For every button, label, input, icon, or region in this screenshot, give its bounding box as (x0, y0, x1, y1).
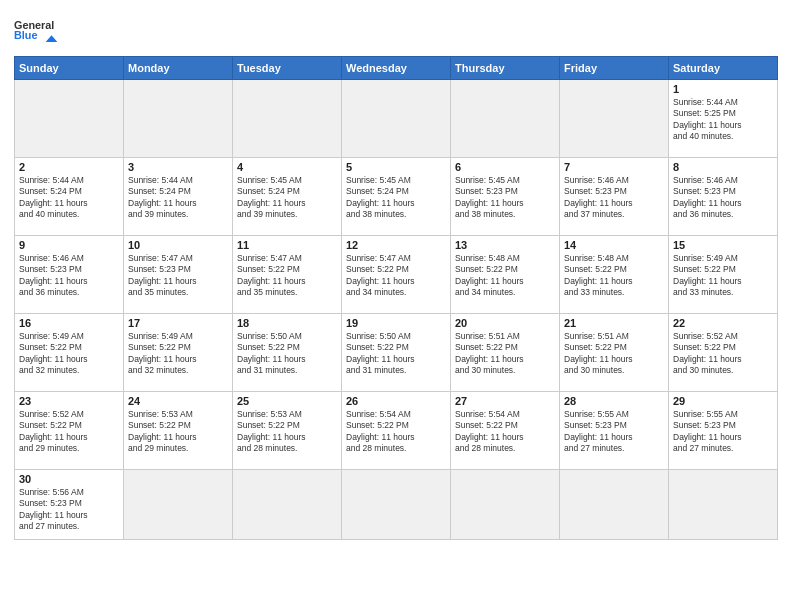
empty-cell (560, 470, 669, 540)
week-row-5: 23Sunrise: 5:52 AM Sunset: 5:22 PM Dayli… (15, 392, 778, 470)
day-cell-2: 2Sunrise: 5:44 AM Sunset: 5:24 PM Daylig… (15, 158, 124, 236)
empty-cell (451, 80, 560, 158)
day-number: 2 (19, 161, 119, 173)
day-info: Sunrise: 5:50 AM Sunset: 5:22 PM Dayligh… (237, 331, 337, 377)
empty-cell (124, 80, 233, 158)
day-cell-10: 10Sunrise: 5:47 AM Sunset: 5:23 PM Dayli… (124, 236, 233, 314)
empty-cell (233, 80, 342, 158)
svg-marker-2 (46, 35, 58, 42)
weekday-monday: Monday (124, 57, 233, 80)
day-info: Sunrise: 5:46 AM Sunset: 5:23 PM Dayligh… (19, 253, 119, 299)
week-row-2: 2Sunrise: 5:44 AM Sunset: 5:24 PM Daylig… (15, 158, 778, 236)
day-number: 28 (564, 395, 664, 407)
day-number: 30 (19, 473, 119, 485)
day-cell-9: 9Sunrise: 5:46 AM Sunset: 5:23 PM Daylig… (15, 236, 124, 314)
empty-cell (15, 80, 124, 158)
day-cell-29: 29Sunrise: 5:55 AM Sunset: 5:23 PM Dayli… (669, 392, 778, 470)
day-number: 20 (455, 317, 555, 329)
empty-cell (560, 80, 669, 158)
day-cell-1: 1Sunrise: 5:44 AM Sunset: 5:25 PM Daylig… (669, 80, 778, 158)
day-number: 11 (237, 239, 337, 251)
logo: General Blue (14, 10, 64, 50)
day-number: 9 (19, 239, 119, 251)
day-number: 5 (346, 161, 446, 173)
day-info: Sunrise: 5:47 AM Sunset: 5:23 PM Dayligh… (128, 253, 228, 299)
weekday-thursday: Thursday (451, 57, 560, 80)
day-cell-25: 25Sunrise: 5:53 AM Sunset: 5:22 PM Dayli… (233, 392, 342, 470)
day-info: Sunrise: 5:47 AM Sunset: 5:22 PM Dayligh… (346, 253, 446, 299)
day-info: Sunrise: 5:53 AM Sunset: 5:22 PM Dayligh… (237, 409, 337, 455)
day-number: 19 (346, 317, 446, 329)
day-cell-6: 6Sunrise: 5:45 AM Sunset: 5:23 PM Daylig… (451, 158, 560, 236)
day-number: 24 (128, 395, 228, 407)
day-info: Sunrise: 5:44 AM Sunset: 5:25 PM Dayligh… (673, 97, 773, 143)
day-info: Sunrise: 5:54 AM Sunset: 5:22 PM Dayligh… (346, 409, 446, 455)
day-cell-26: 26Sunrise: 5:54 AM Sunset: 5:22 PM Dayli… (342, 392, 451, 470)
day-cell-15: 15Sunrise: 5:49 AM Sunset: 5:22 PM Dayli… (669, 236, 778, 314)
day-cell-20: 20Sunrise: 5:51 AM Sunset: 5:22 PM Dayli… (451, 314, 560, 392)
day-cell-18: 18Sunrise: 5:50 AM Sunset: 5:22 PM Dayli… (233, 314, 342, 392)
day-number: 18 (237, 317, 337, 329)
week-row-4: 16Sunrise: 5:49 AM Sunset: 5:22 PM Dayli… (15, 314, 778, 392)
day-number: 8 (673, 161, 773, 173)
day-cell-4: 4Sunrise: 5:45 AM Sunset: 5:24 PM Daylig… (233, 158, 342, 236)
day-cell-7: 7Sunrise: 5:46 AM Sunset: 5:23 PM Daylig… (560, 158, 669, 236)
week-row-3: 9Sunrise: 5:46 AM Sunset: 5:23 PM Daylig… (15, 236, 778, 314)
day-info: Sunrise: 5:46 AM Sunset: 5:23 PM Dayligh… (673, 175, 773, 221)
day-cell-13: 13Sunrise: 5:48 AM Sunset: 5:22 PM Dayli… (451, 236, 560, 314)
day-cell-3: 3Sunrise: 5:44 AM Sunset: 5:24 PM Daylig… (124, 158, 233, 236)
day-number: 10 (128, 239, 228, 251)
day-cell-16: 16Sunrise: 5:49 AM Sunset: 5:22 PM Dayli… (15, 314, 124, 392)
empty-cell (451, 470, 560, 540)
header: General Blue (14, 10, 778, 50)
day-info: Sunrise: 5:49 AM Sunset: 5:22 PM Dayligh… (673, 253, 773, 299)
day-info: Sunrise: 5:49 AM Sunset: 5:22 PM Dayligh… (19, 331, 119, 377)
day-cell-17: 17Sunrise: 5:49 AM Sunset: 5:22 PM Dayli… (124, 314, 233, 392)
empty-cell (342, 470, 451, 540)
day-info: Sunrise: 5:48 AM Sunset: 5:22 PM Dayligh… (455, 253, 555, 299)
svg-text:Blue: Blue (14, 29, 37, 41)
day-info: Sunrise: 5:51 AM Sunset: 5:22 PM Dayligh… (564, 331, 664, 377)
day-number: 25 (237, 395, 337, 407)
day-number: 17 (128, 317, 228, 329)
day-number: 14 (564, 239, 664, 251)
day-info: Sunrise: 5:49 AM Sunset: 5:22 PM Dayligh… (128, 331, 228, 377)
day-info: Sunrise: 5:47 AM Sunset: 5:22 PM Dayligh… (237, 253, 337, 299)
day-cell-27: 27Sunrise: 5:54 AM Sunset: 5:22 PM Dayli… (451, 392, 560, 470)
day-info: Sunrise: 5:48 AM Sunset: 5:22 PM Dayligh… (564, 253, 664, 299)
day-info: Sunrise: 5:53 AM Sunset: 5:22 PM Dayligh… (128, 409, 228, 455)
weekday-header-row: SundayMondayTuesdayWednesdayThursdayFrid… (15, 57, 778, 80)
day-info: Sunrise: 5:45 AM Sunset: 5:23 PM Dayligh… (455, 175, 555, 221)
day-number: 6 (455, 161, 555, 173)
day-number: 7 (564, 161, 664, 173)
day-info: Sunrise: 5:46 AM Sunset: 5:23 PM Dayligh… (564, 175, 664, 221)
day-cell-22: 22Sunrise: 5:52 AM Sunset: 5:22 PM Dayli… (669, 314, 778, 392)
weekday-friday: Friday (560, 57, 669, 80)
weekday-tuesday: Tuesday (233, 57, 342, 80)
empty-cell (233, 470, 342, 540)
day-number: 22 (673, 317, 773, 329)
day-cell-19: 19Sunrise: 5:50 AM Sunset: 5:22 PM Dayli… (342, 314, 451, 392)
empty-cell (124, 470, 233, 540)
day-cell-14: 14Sunrise: 5:48 AM Sunset: 5:22 PM Dayli… (560, 236, 669, 314)
logo-icon: General Blue (14, 14, 64, 50)
day-number: 23 (19, 395, 119, 407)
day-info: Sunrise: 5:52 AM Sunset: 5:22 PM Dayligh… (19, 409, 119, 455)
day-cell-12: 12Sunrise: 5:47 AM Sunset: 5:22 PM Dayli… (342, 236, 451, 314)
weekday-saturday: Saturday (669, 57, 778, 80)
day-number: 27 (455, 395, 555, 407)
day-info: Sunrise: 5:54 AM Sunset: 5:22 PM Dayligh… (455, 409, 555, 455)
day-number: 13 (455, 239, 555, 251)
day-number: 15 (673, 239, 773, 251)
empty-cell (669, 470, 778, 540)
day-info: Sunrise: 5:55 AM Sunset: 5:23 PM Dayligh… (564, 409, 664, 455)
day-cell-30: 30Sunrise: 5:56 AM Sunset: 5:23 PM Dayli… (15, 470, 124, 540)
day-number: 12 (346, 239, 446, 251)
day-info: Sunrise: 5:56 AM Sunset: 5:23 PM Dayligh… (19, 487, 119, 533)
day-number: 1 (673, 83, 773, 95)
day-info: Sunrise: 5:44 AM Sunset: 5:24 PM Dayligh… (19, 175, 119, 221)
weekday-sunday: Sunday (15, 57, 124, 80)
week-row-1: 1Sunrise: 5:44 AM Sunset: 5:25 PM Daylig… (15, 80, 778, 158)
day-info: Sunrise: 5:45 AM Sunset: 5:24 PM Dayligh… (237, 175, 337, 221)
week-row-6: 30Sunrise: 5:56 AM Sunset: 5:23 PM Dayli… (15, 470, 778, 540)
